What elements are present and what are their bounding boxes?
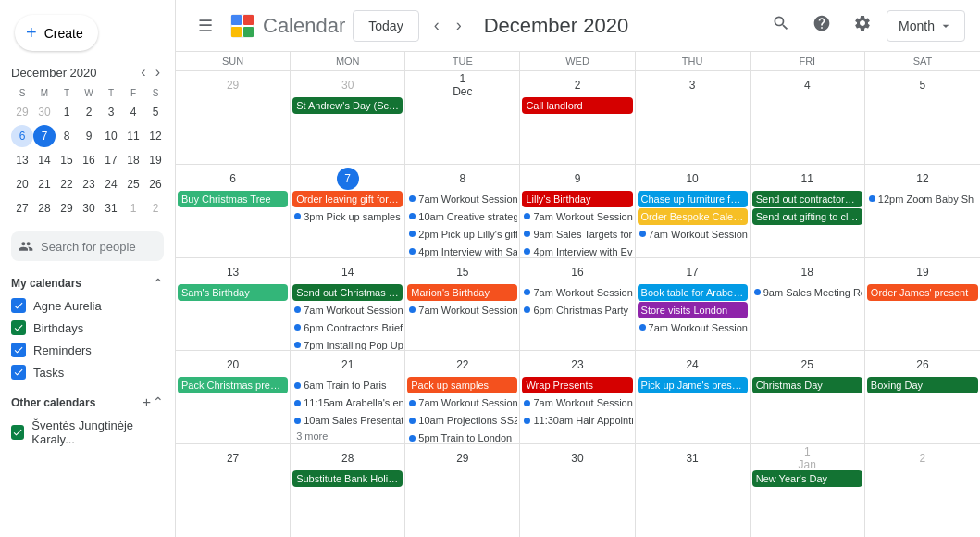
settings-button[interactable]: [846, 6, 879, 44]
mini-day[interactable]: 17: [100, 149, 122, 171]
mini-day[interactable]: 24: [100, 173, 122, 195]
event[interactable]: 7am Workout Session: [522, 394, 632, 411]
event[interactable]: 7am Workout Session: [638, 319, 748, 336]
mini-day[interactable]: 30: [78, 197, 100, 219]
mini-day[interactable]: 6: [11, 125, 33, 147]
event[interactable]: 10am Creative strategy: [407, 208, 517, 225]
event[interactable]: 10am Sales Presentatio: [292, 412, 403, 429]
day-number[interactable]: 31: [681, 447, 703, 469]
mini-day[interactable]: 18: [122, 149, 144, 171]
mini-day[interactable]: 12: [144, 125, 167, 147]
calendar-checkbox-reminders[interactable]: [11, 343, 26, 357]
event[interactable]: Substitute Bank Holiday I: [292, 470, 403, 487]
mini-day[interactable]: 14: [33, 149, 56, 171]
mini-day[interactable]: 2: [78, 101, 100, 123]
mini-day[interactable]: 8: [56, 125, 78, 147]
view-selector[interactable]: Month: [887, 10, 965, 42]
day-number[interactable]: 11: [796, 168, 818, 190]
event[interactable]: 6am Train to Paris: [292, 377, 403, 393]
mini-day[interactable]: 9: [78, 125, 100, 147]
event[interactable]: 2pm Pick up Lilly's gift f: [407, 226, 517, 243]
mini-day[interactable]: 13: [11, 149, 33, 171]
day-number[interactable]: 30: [337, 74, 359, 96]
event[interactable]: 3pm Pick up samples fr: [292, 208, 403, 225]
prev-button[interactable]: ‹: [427, 8, 447, 43]
day-number-today[interactable]: 7: [337, 168, 359, 190]
day-number[interactable]: 1 Dec: [452, 74, 474, 96]
event[interactable]: Wrap Presents: [522, 377, 632, 393]
day-number[interactable]: 13: [222, 261, 244, 283]
day-number[interactable]: 18: [796, 261, 818, 283]
event[interactable]: 6pm Contractors Brief: [292, 319, 403, 336]
day-number[interactable]: 29: [222, 74, 244, 96]
day-number[interactable]: 1 Jan: [796, 447, 818, 469]
day-number[interactable]: 14: [337, 261, 359, 283]
event[interactable]: 11:15am Arabella's eng: [292, 394, 403, 411]
event[interactable]: New Year's Day: [752, 470, 862, 487]
event[interactable]: 7am Workout Session: [407, 191, 517, 207]
day-number[interactable]: 5: [912, 74, 934, 96]
event[interactable]: St Andrew's Day (Scotlan: [292, 97, 403, 114]
event[interactable]: Call landlord: [522, 97, 632, 114]
mini-day[interactable]: 28: [33, 197, 56, 219]
event[interactable]: Buy Christmas Tree: [178, 191, 288, 207]
calendar-item-tasks[interactable]: Tasks: [0, 361, 175, 383]
event[interactable]: 7am Workout Session: [407, 302, 517, 318]
mini-day[interactable]: 19: [144, 149, 167, 171]
event[interactable]: Sam's Birthday: [178, 284, 288, 301]
event[interactable]: 5pm Train to London: [407, 430, 517, 443]
event[interactable]: 7am Workout Session: [638, 226, 748, 243]
event[interactable]: 7am Workout Session: [407, 394, 517, 411]
event[interactable]: Send out Christmas Goo: [292, 284, 403, 301]
event[interactable]: Pick up Jame's present: [638, 377, 748, 393]
event[interactable]: Book table for Arabella's: [638, 284, 748, 301]
mini-day[interactable]: 1: [122, 197, 144, 219]
create-button[interactable]: + Create: [15, 15, 98, 51]
event[interactable]: 10am Projections SS21: [407, 412, 517, 429]
mini-day[interactable]: 22: [56, 173, 78, 195]
calendar-checkbox-tasks[interactable]: [11, 365, 26, 380]
day-number[interactable]: 22: [452, 354, 474, 376]
event[interactable]: Send out gifting to client: [752, 208, 862, 225]
event[interactable]: Boxing Day: [867, 377, 978, 393]
calendar-item-sventes[interactable]: Šventės Jungtinėje Karaly...: [0, 415, 175, 450]
event[interactable]: 4pm Interview with Sara: [407, 244, 517, 257]
mini-day[interactable]: 11: [122, 125, 144, 147]
mini-day[interactable]: 26: [144, 173, 167, 195]
event[interactable]: 7pm Installing Pop Up: [292, 337, 403, 351]
mini-day[interactable]: 20: [11, 173, 33, 195]
calendar-checkbox-birthdays[interactable]: [11, 320, 26, 335]
more-events[interactable]: 3 more: [292, 430, 403, 443]
day-number[interactable]: 26: [912, 354, 934, 376]
mini-day[interactable]: 21: [33, 173, 56, 195]
day-number[interactable]: 29: [452, 447, 474, 469]
event[interactable]: Marion's Birthday: [407, 284, 517, 301]
day-number[interactable]: 23: [566, 354, 589, 376]
day-number[interactable]: 12: [912, 168, 934, 190]
mini-day[interactable]: 15: [56, 149, 78, 171]
mini-day[interactable]: 10: [100, 125, 122, 147]
search-people[interactable]: Search for people: [11, 231, 164, 261]
search-button[interactable]: [764, 6, 798, 44]
event[interactable]: 4pm Interview with Eva: [522, 244, 632, 257]
calendar-item-reminders[interactable]: Reminders: [0, 339, 175, 361]
day-number[interactable]: 3: [681, 74, 703, 96]
mini-cal-prev[interactable]: ‹: [137, 62, 149, 82]
mini-day[interactable]: 5: [144, 101, 167, 123]
event[interactable]: Pack Christmas presents: [178, 377, 288, 393]
mini-day[interactable]: 29: [56, 197, 78, 219]
day-number[interactable]: 30: [566, 447, 589, 469]
menu-button[interactable]: ☰: [191, 8, 220, 44]
mini-day-today[interactable]: 7: [33, 125, 56, 147]
day-number[interactable]: 15: [452, 261, 474, 283]
event[interactable]: Send out contractors pas: [752, 191, 862, 207]
event[interactable]: Order Bespoke Calendar: [638, 208, 748, 225]
mini-cal-next[interactable]: ›: [152, 62, 164, 82]
day-number[interactable]: 6: [222, 168, 244, 190]
mini-day[interactable]: 29: [11, 101, 33, 123]
day-number[interactable]: 16: [566, 261, 589, 283]
event[interactable]: 7am Workout Session: [292, 302, 403, 318]
my-calendars-header[interactable]: My calendars ⌃: [0, 272, 175, 294]
event[interactable]: 9am Sales Targets for 2: [522, 226, 632, 243]
mini-day[interactable]: 31: [100, 197, 122, 219]
